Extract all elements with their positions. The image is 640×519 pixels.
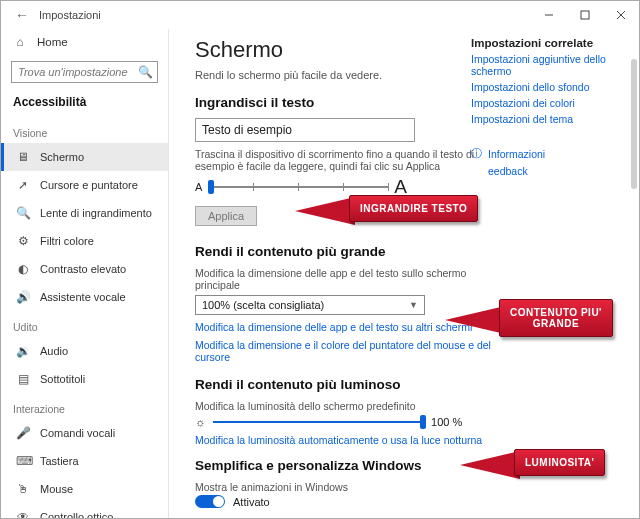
callout-ingrandire: INGRANDIRE TESTO [349, 195, 478, 222]
scale-hint: Modifica la dimensione delle app e del t… [195, 267, 495, 291]
sidebar-item-assistente[interactable]: 🔊 Assistente vocale [1, 283, 168, 311]
nav-label: Tastiera [40, 455, 79, 467]
sidebar-item-schermo[interactable]: 🖥 Schermo [1, 143, 168, 171]
nav-label: Contrasto elevato [40, 263, 126, 275]
display-icon: 🖥 [16, 150, 30, 164]
sidebar-item-comandi-vocali[interactable]: 🎤 Comandi vocali [1, 419, 168, 447]
magnifier-icon: 🔍 [16, 206, 30, 220]
nav-label: Filtri colore [40, 235, 94, 247]
related-settings: Impostazioni correlate Impostazioni aggi… [471, 37, 621, 178]
related-link-colors[interactable]: Impostazioni dei colori [471, 97, 621, 109]
sidebar-item-audio[interactable]: 🔉 Audio [1, 337, 168, 365]
apply-button[interactable]: Applica [195, 206, 257, 226]
filter-icon: ⚙ [16, 234, 30, 248]
caption-icon: ▤ [16, 372, 30, 386]
eye-icon: 👁 [16, 510, 30, 519]
callout-contenuto: CONTENUTO PIU'GRANDE [499, 299, 613, 337]
link-mouse-cursor[interactable]: Modifica la dimensione e il colore del p… [195, 339, 505, 363]
sample-text-box: Testo di esempio [195, 118, 415, 142]
brightness-value: 100 % [431, 416, 462, 428]
contrast-icon: ◐ [16, 262, 30, 276]
sidebar-item-mouse[interactable]: 🖱 Mouse [1, 475, 168, 503]
audio-icon: 🔉 [16, 344, 30, 358]
sidebar-item-sottotitoli[interactable]: ▤ Sottotitoli [1, 365, 168, 393]
sidebar: ⌂ Home 🔍 Accessibilità Visione 🖥 Schermo… [1, 29, 169, 518]
home-label: Home [37, 36, 68, 48]
content: Schermo Rendi lo schermo più facile da v… [169, 29, 639, 518]
minimize-button[interactable] [531, 1, 567, 29]
narrator-icon: 🔊 [16, 290, 30, 304]
nav-label: Cursore e puntatore [40, 179, 138, 191]
nav-label: Schermo [40, 151, 84, 163]
scrollbar[interactable] [631, 59, 637, 514]
sidebar-item-filtri[interactable]: ⚙ Filtri colore [1, 227, 168, 255]
window-title: Impostazioni [39, 9, 101, 21]
brightness-hint: Modifica la luminosità dello schermo pre… [195, 400, 495, 412]
search-container: 🔍 [11, 61, 158, 83]
feedback-link[interactable]: eedback [488, 165, 528, 177]
sidebar-active: Accessibilità [1, 91, 168, 117]
home-button[interactable]: ⌂ Home [1, 29, 168, 55]
sidebar-item-tastiera[interactable]: ⌨ Tastiera [1, 447, 168, 475]
sidebar-item-lente[interactable]: 🔍 Lente di ingrandimento [1, 199, 168, 227]
group-label-interazione: Interazione [1, 393, 168, 419]
sidebar-item-controllo-ottico[interactable]: 👁 Controllo ottico [1, 503, 168, 519]
svg-rect-1 [581, 11, 589, 19]
section-simplify-heading: Semplifica e personalizza Windows [195, 458, 619, 473]
brightness-icon: ☼ [195, 416, 205, 428]
info-link[interactable]: Informazioni [488, 148, 545, 160]
scale-value: 100% (scelta consigliata) [202, 299, 324, 311]
nav-label: Mouse [40, 483, 73, 495]
big-a-icon: A [394, 176, 407, 198]
mouse-icon: 🖱 [16, 482, 30, 496]
nav-label: Assistente vocale [40, 291, 126, 303]
link-other-screens[interactable]: Modifica la dimensione delle app e del t… [195, 321, 505, 333]
scrollbar-thumb[interactable] [631, 59, 637, 189]
nav-label: Lente di ingrandimento [40, 207, 152, 219]
brightness-slider[interactable]: ☼ 100 % [195, 416, 619, 428]
section-contenuto-heading: Rendi il contenuto più grande [195, 244, 619, 259]
brightness-track[interactable] [213, 421, 423, 423]
slider-track[interactable] [208, 186, 388, 188]
link-night-light[interactable]: Modifica la luminosità automaticamente o… [195, 434, 505, 446]
search-icon: 🔍 [138, 65, 153, 79]
back-button[interactable]: ← [11, 7, 33, 23]
sidebar-item-cursore[interactable]: ➚ Cursore e puntatore [1, 171, 168, 199]
slider-thumb[interactable] [208, 180, 214, 194]
scale-dropdown[interactable]: 100% (scelta consigliata) ▼ [195, 295, 425, 315]
text-size-slider[interactable]: A A [195, 176, 619, 198]
close-button[interactable] [603, 1, 639, 29]
nav-label: Comandi vocali [40, 427, 115, 439]
related-link-background[interactable]: Impostazioni dello sfondo [471, 81, 621, 93]
sidebar-item-contrasto[interactable]: ◐ Contrasto elevato [1, 255, 168, 283]
info-icon: ⓘ [471, 147, 482, 161]
nav-label: Sottotitoli [40, 373, 85, 385]
brightness-thumb[interactable] [420, 415, 426, 429]
animations-toggle[interactable] [195, 495, 225, 508]
cursor-icon: ➚ [16, 178, 30, 192]
nav-label: Audio [40, 345, 68, 357]
voice-icon: 🎤 [16, 426, 30, 440]
chevron-down-icon: ▼ [409, 300, 418, 310]
small-a-icon: A [195, 181, 202, 193]
keyboard-icon: ⌨ [16, 454, 30, 468]
text-size-hint: Trascina il dispositivo di scorrimento f… [195, 148, 495, 172]
group-label-visione: Visione [1, 117, 168, 143]
nav-label: Controllo ottico [40, 511, 113, 519]
anim-label: Mostra le animazioni in Windows [195, 481, 495, 493]
related-heading: Impostazioni correlate [471, 37, 621, 49]
toggle-state: Attivato [233, 496, 270, 508]
section-luminoso-heading: Rendi il contenuto più luminoso [195, 377, 619, 392]
related-link-screen[interactable]: Impostazioni aggiuntive dello schermo [471, 53, 621, 77]
group-label-udito: Udito [1, 311, 168, 337]
maximize-button[interactable] [567, 1, 603, 29]
home-icon: ⌂ [13, 35, 27, 49]
search-input[interactable] [11, 61, 158, 83]
related-link-theme[interactable]: Impostazioni del tema [471, 113, 621, 125]
